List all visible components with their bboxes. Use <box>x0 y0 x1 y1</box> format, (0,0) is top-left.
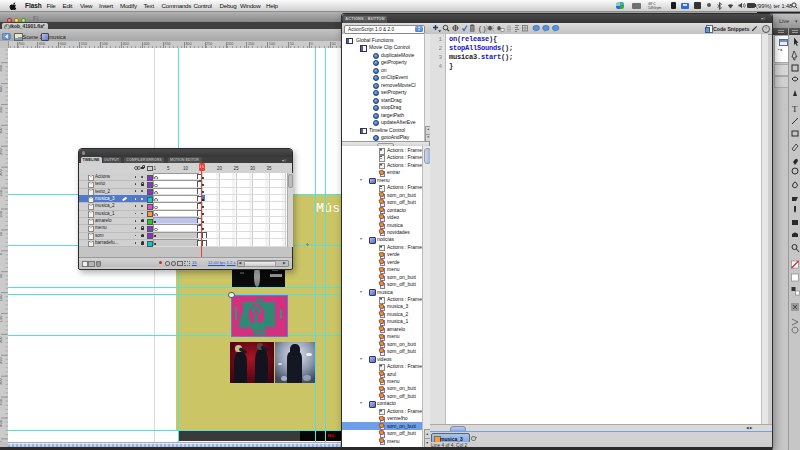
svg-text:150: 150 <box>0 315 3 322</box>
svg-text:250: 250 <box>0 357 3 364</box>
svg-text:150: 150 <box>0 190 3 197</box>
svg-text:50: 50 <box>0 273 3 278</box>
svg-text:300: 300 <box>0 378 3 385</box>
svg-text:100: 100 <box>0 294 3 301</box>
svg-text:100: 100 <box>0 211 3 218</box>
svg-text:0: 0 <box>0 252 3 255</box>
svg-text:200: 200 <box>0 169 3 176</box>
svg-text:350: 350 <box>0 106 3 113</box>
svg-text:50: 50 <box>0 231 3 236</box>
svg-text:250: 250 <box>0 148 3 155</box>
svg-text:300: 300 <box>0 127 3 134</box>
svg-text:450: 450 <box>0 64 3 71</box>
svg-text:T: T <box>792 104 798 114</box>
svg-text:(): () <box>478 25 486 33</box>
svg-text:400: 400 <box>0 85 3 92</box>
svg-text:200: 200 <box>0 336 3 343</box>
svg-text:400: 400 <box>0 420 3 427</box>
svg-text:350: 350 <box>0 399 3 406</box>
